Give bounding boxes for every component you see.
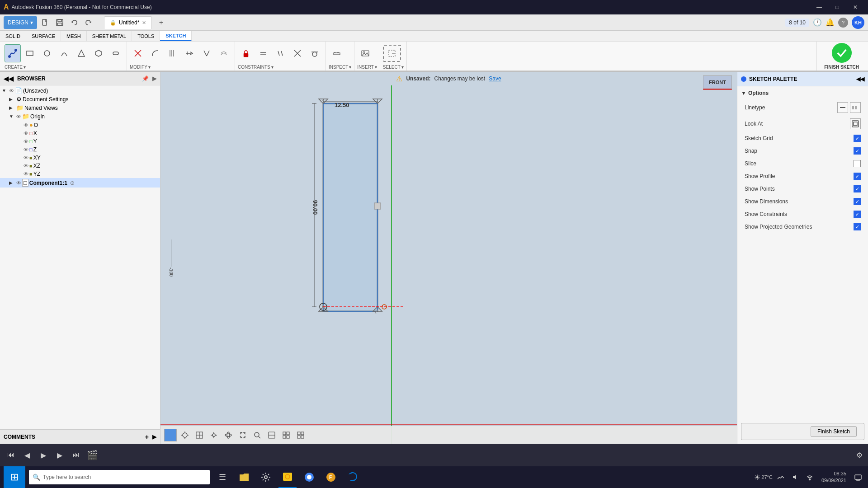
timeline-settings-icon[interactable]: ⚙ [856, 451, 863, 460]
timeline-prev-button[interactable]: ◀ [22, 450, 33, 460]
create-label[interactable]: CREATE▾ [5, 65, 124, 70]
polygon-tool[interactable] [90, 44, 107, 62]
mirror-tool[interactable] [198, 44, 215, 62]
notification-bell[interactable]: 🔔 [826, 18, 835, 27]
expand-icon[interactable]: ▶ [152, 75, 156, 82]
circle-tool[interactable] [39, 44, 55, 62]
visibility-icon[interactable]: 👁 [24, 147, 28, 152]
timeline-last-button[interactable]: ⏭ [71, 450, 81, 460]
tree-item-origin-z[interactable]: 👁 □ Z [0, 145, 160, 154]
notification-center-icon[interactable] [852, 466, 864, 488]
pin-icon[interactable]: 📌 [142, 75, 149, 82]
viewcube[interactable]: FRONT [702, 75, 733, 107]
tangent-constraint[interactable] [307, 44, 323, 62]
visibility-icon[interactable]: 👁 [24, 171, 28, 177]
network-icon[interactable] [774, 466, 787, 488]
fillet-tool[interactable] [147, 44, 163, 62]
tree-item-doc-settings[interactable]: ▶ ⚙ Document Settings [0, 95, 160, 103]
tab-solid[interactable]: SOLID [0, 31, 26, 41]
constraints-label[interactable]: CONSTRAINTS▾ [238, 65, 323, 70]
show-dimensions-checkbox[interactable] [854, 198, 861, 205]
tree-item-origin[interactable]: ▼ 👁 📁 Origin [0, 112, 160, 121]
insert-label[interactable]: INSERT▾ [357, 65, 377, 70]
new-file-button[interactable] [39, 16, 52, 29]
system-tray[interactable]: ☀ 27°C [754, 473, 773, 482]
insert-image-tool[interactable] [357, 44, 373, 62]
visibility-icon[interactable]: 👁 [24, 139, 28, 144]
file-explorer-taskbar-icon[interactable] [235, 466, 253, 488]
slice-checkbox[interactable] [854, 160, 861, 167]
equal-constraint[interactable] [255, 44, 271, 62]
timeline-next-button[interactable]: ▶ [54, 450, 65, 460]
rectangle-tool[interactable] [22, 44, 38, 62]
chrome-taskbar-icon[interactable] [300, 466, 318, 488]
grid-toggle[interactable] [193, 429, 206, 441]
show-constraints-checkbox[interactable] [854, 211, 861, 218]
sketch-grid-checkbox[interactable] [854, 135, 861, 142]
visibility-icon[interactable]: 👁 [24, 163, 28, 169]
lock-constraint[interactable] [238, 44, 254, 62]
visibility-icon[interactable]: 👁 [16, 114, 21, 119]
offset-tool[interactable] [216, 44, 232, 62]
hatch-tool[interactable] [164, 44, 180, 62]
visibility-icon[interactable]: 👁 [24, 131, 28, 136]
trim-tool[interactable] [130, 44, 146, 62]
collapse-left-icon[interactable]: ◀◀ [4, 75, 14, 82]
search-bar[interactable]: 🔍 Type here to search [29, 470, 210, 484]
tab-close-icon[interactable]: ✕ [142, 20, 146, 26]
modify-label[interactable]: MODIFY▾ [130, 65, 232, 70]
file-tab[interactable]: 🔒 Untitled* ✕ [104, 16, 152, 29]
settings-taskbar-icon[interactable] [257, 466, 275, 488]
tab-sketch[interactable]: SKETCH [160, 31, 192, 41]
save-button[interactable] [53, 16, 66, 29]
visibility-icon[interactable]: 👁 [16, 180, 21, 186]
add-tab-button[interactable]: + [156, 17, 166, 28]
undo-button[interactable] [68, 16, 80, 29]
orbit-tool[interactable] [222, 429, 235, 441]
browser-taskbar-icon[interactable] [278, 466, 297, 488]
linetype-solid-icon[interactable] [837, 102, 848, 113]
tab-tools[interactable]: TOOLS [132, 31, 160, 41]
pan-tool[interactable] [208, 429, 220, 441]
tab-sheet-metal[interactable]: SHEET METAL [87, 31, 132, 41]
measure-tool[interactable] [329, 44, 345, 62]
close-button[interactable]: ✕ [846, 0, 864, 14]
visibility-icon[interactable]: 👁 [9, 88, 14, 94]
tree-item-origin-xy[interactable]: 👁 ■ XY [0, 154, 160, 162]
perpendicular-constraint[interactable] [289, 44, 306, 62]
start-button[interactable]: ⊞ [4, 466, 25, 488]
tab-mesh[interactable]: MESH [61, 31, 87, 41]
add-comment-icon[interactable]: + [145, 433, 149, 441]
zoom-dropdown[interactable] [251, 429, 264, 441]
timeline-play-button[interactable]: ▶ [38, 450, 49, 460]
help-button[interactable]: ? [838, 18, 848, 28]
tree-item-origin-o[interactable]: 👁 ● O [0, 121, 160, 129]
sketch-drawing[interactable]: ⤢ ⤢ 12.50 90.00 [310, 99, 423, 325]
tree-item-component[interactable]: ▶ 👁 □ Component1:1 ⊙ [0, 178, 160, 188]
design-dropdown[interactable]: DESIGN ▾ [4, 16, 37, 29]
clock-display[interactable]: 08:35 09/09/2021 [818, 469, 850, 486]
grid-dropdown[interactable] [280, 429, 292, 441]
edge-taskbar-icon[interactable] [344, 466, 362, 488]
finish-sketch-button[interactable]: Finish Sketch [811, 426, 857, 437]
linetype-dashed-icon[interactable] [850, 102, 861, 113]
canvas-area[interactable]: ⚠ Unsaved: Changes may be lost Save -100 [160, 72, 737, 444]
options-section[interactable]: ▼ Options [741, 90, 864, 96]
show-profile-checkbox[interactable] [854, 173, 861, 180]
maximize-button[interactable]: □ [828, 0, 846, 14]
sound-icon[interactable] [789, 466, 802, 488]
parallel-constraint[interactable] [272, 44, 288, 62]
tab-surface[interactable]: SURFACE [26, 31, 61, 41]
fusion-taskbar-icon[interactable]: F [322, 466, 340, 488]
tree-item-unsaved[interactable]: ▼ 👁 📄 (Unsaved) [0, 86, 160, 95]
visibility-icon[interactable]: 👁 [24, 122, 28, 128]
show-points-checkbox[interactable] [854, 185, 861, 192]
tree-item-origin-x[interactable]: 👁 □ X [0, 129, 160, 137]
minimize-button[interactable]: — [810, 0, 828, 14]
slot-tool[interactable] [108, 44, 124, 62]
tree-item-origin-y[interactable]: 👁 □ Y [0, 137, 160, 145]
select-tool[interactable] [383, 45, 401, 62]
time-icon[interactable]: 🕐 [813, 18, 822, 27]
tree-item-origin-xz[interactable]: 👁 ■ XZ [0, 162, 160, 170]
wifi-icon[interactable] [803, 466, 816, 488]
